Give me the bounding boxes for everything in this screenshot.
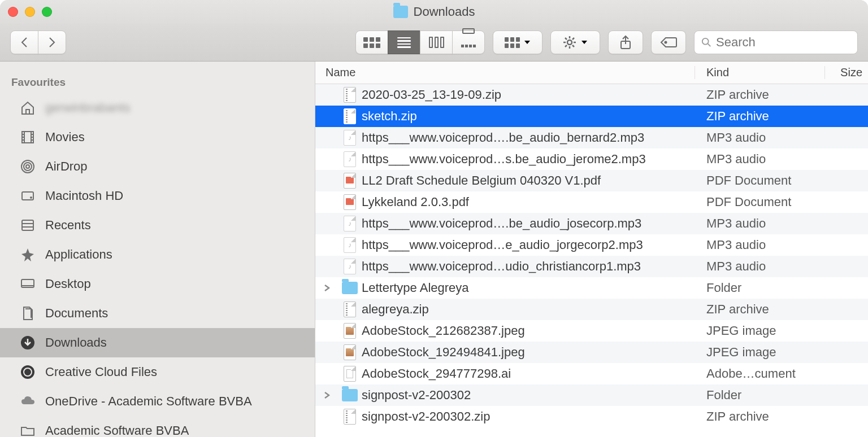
file-row[interactable]: signpost-v2-200302Folder (315, 384, 868, 406)
sidebar-section-header: Favourites (0, 71, 315, 93)
close-button[interactable] (8, 7, 18, 17)
tags-button[interactable] (651, 30, 686, 54)
chevron-down-icon (523, 40, 531, 45)
finder-window: Downloads (0, 0, 868, 437)
folder-icon (342, 282, 358, 294)
column-name[interactable]: Name (315, 66, 695, 79)
mp3-file-icon (344, 151, 356, 167)
forward-button[interactable] (38, 30, 66, 54)
file-row[interactable]: https___www.voiceprod…udio_christiancorp… (315, 256, 868, 277)
file-list[interactable]: 2020-03-25_13-19-09.zipZIP archivesketch… (315, 84, 868, 437)
disclosure-triangle-icon[interactable] (323, 284, 330, 292)
svg-point-35 (21, 365, 34, 379)
file-row[interactable]: https___www.voiceprod….be_audio_bernard2… (315, 127, 868, 148)
file-name: AdobeStock_212682387.jpeg (362, 324, 695, 338)
file-row[interactable]: 2020-03-25_13-19-09.zipZIP archive (315, 84, 868, 106)
file-kind: MP3 audio (695, 216, 825, 231)
file-row[interactable]: Lykkeland 2.0.3.pdfPDF Document (315, 191, 868, 213)
sidebar-item-label: Creative Cloud Files (45, 365, 157, 379)
sidebar-item-label: gerwinbrabants (45, 100, 130, 115)
sidebar-item-documents[interactable]: Documents (0, 299, 315, 328)
svg-line-8 (572, 38, 574, 40)
column-kind[interactable]: Kind (695, 66, 825, 79)
sidebar-item-airdrop[interactable]: AirDrop (0, 152, 315, 181)
file-row[interactable]: alegreya.zipZIP archive (315, 299, 868, 320)
folder-icon (18, 421, 37, 437)
sidebar-item-film[interactable]: Movies (0, 123, 315, 152)
disclosure[interactable] (315, 284, 338, 292)
file-name: LL2 Draft Schedule Belgium 040320 V1.pdf (362, 173, 695, 188)
apps-icon (18, 245, 37, 264)
file-row[interactable]: AdobeStock_192494841.jpegJPEG image (315, 342, 868, 363)
toolbar (0, 24, 868, 62)
sidebar-item-cloud[interactable]: OneDrive - Academic Software BVBA (0, 387, 315, 416)
column-size[interactable]: Size (825, 66, 868, 79)
file-row[interactable]: Lettertype AlegreyaFolder (315, 277, 868, 299)
sidebar: Favourites gerwinbrabantsMoviesAirDropMa… (0, 62, 315, 437)
sidebar-item-home[interactable]: gerwinbrabants (0, 93, 315, 123)
file-kind: PDF Document (695, 173, 825, 188)
file-kind: ZIP archive (695, 302, 825, 317)
column-view-button[interactable] (420, 30, 453, 54)
search-field[interactable] (694, 30, 858, 54)
file-kind: Folder (695, 388, 825, 403)
mp3-file-icon (344, 216, 356, 231)
file-row[interactable]: https___www.voiceprod…s.be_audio_jerome2… (315, 148, 868, 170)
mp3-file-icon (344, 237, 356, 253)
pdf-file-icon (344, 194, 356, 210)
hdd-icon (18, 186, 37, 206)
file-row[interactable]: LL2 Draft Schedule Belgium 040320 V1.pdf… (315, 170, 868, 191)
chevron-right-icon (47, 36, 57, 49)
svg-point-11 (665, 42, 667, 43)
file-kind: JPEG image (695, 324, 825, 338)
back-button[interactable] (10, 30, 38, 54)
maximize-button[interactable] (42, 7, 52, 17)
arrange-button[interactable] (493, 30, 542, 54)
svg-point-28 (31, 197, 32, 198)
file-name: signpost-v2-200302 (362, 388, 695, 403)
file-row[interactable]: signpost-v2-200302.zipZIP archive (315, 406, 868, 427)
file-name: 2020-03-25_13-19-09.zip (362, 88, 695, 102)
search-input[interactable] (716, 35, 850, 50)
sidebar-item-hdd[interactable]: Macintosh HD (0, 181, 315, 211)
zip-file-icon (344, 301, 356, 317)
icon-view-button[interactable] (355, 30, 388, 54)
desktop-icon (18, 274, 37, 294)
share-button[interactable] (608, 30, 643, 54)
file-row[interactable]: https___www.voiceprod….be_audio_josecorp… (315, 213, 868, 234)
view-switcher (355, 30, 485, 54)
file-name: alegreya.zip (362, 302, 695, 317)
pdf-file-icon (344, 173, 356, 189)
airdrop-icon (18, 157, 37, 176)
file-row[interactable]: AdobeStock_212682387.jpegJPEG image (315, 320, 868, 342)
sidebar-item-label: Documents (45, 306, 108, 321)
sidebar-item-label: Downloads (45, 335, 107, 350)
sidebar-item-recents[interactable]: Recents (0, 211, 315, 240)
file-row[interactable]: https___www.voiceprod…e_audio_jorgecorp2… (315, 234, 868, 256)
file-kind: ZIP archive (695, 88, 825, 102)
file-kind: MP3 audio (695, 238, 825, 252)
sidebar-item-label: Movies (45, 130, 85, 145)
cloud-icon (18, 392, 37, 411)
gallery-icon (461, 28, 476, 57)
file-row[interactable]: sketch.zipZIP archive (315, 106, 868, 127)
sidebar-item-folder[interactable]: Academic Software BVBA (0, 416, 315, 437)
sidebar-item-label: OneDrive - Academic Software BVBA (45, 394, 252, 409)
svg-point-12 (702, 38, 709, 45)
list-view-button[interactable] (388, 30, 420, 54)
sidebar-item-cc[interactable]: Creative Cloud Files (0, 357, 315, 387)
svg-line-7 (565, 45, 567, 47)
disclosure[interactable] (315, 391, 338, 399)
file-kind: Folder (695, 281, 825, 295)
sidebar-item-desktop[interactable]: Desktop (0, 269, 315, 299)
minimize-button[interactable] (25, 7, 35, 17)
tag-icon (660, 36, 677, 49)
gallery-view-button[interactable] (452, 30, 485, 54)
columns-icon (429, 37, 444, 48)
file-row[interactable]: AdobeStock_294777298.aiAdobe…cument (315, 363, 868, 384)
disclosure-triangle-icon[interactable] (323, 391, 330, 399)
sidebar-item-label: Applications (45, 247, 112, 262)
sidebar-item-apps[interactable]: Applications (0, 240, 315, 269)
sidebar-item-downloads[interactable]: Downloads (0, 328, 315, 357)
action-button[interactable] (550, 30, 600, 54)
